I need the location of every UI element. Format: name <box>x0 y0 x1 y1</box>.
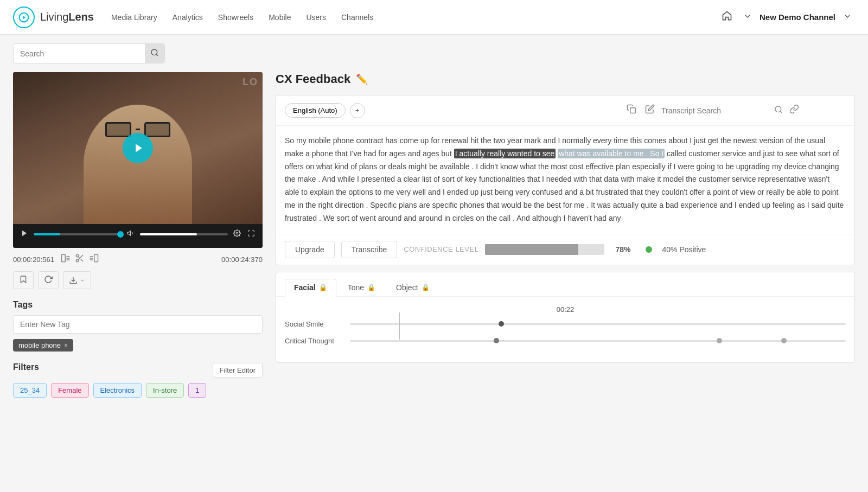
channel-name-label: New Demo Channel <box>760 12 835 22</box>
emotion-track-critical-thought <box>350 340 846 342</box>
end-time: 00:00:24:370 <box>221 255 263 264</box>
time-row: 00:00:20:561 <box>13 253 263 266</box>
filters-section: Filters Filter Editor 25_34 Female Elect… <box>13 362 263 398</box>
scissors-button[interactable] <box>75 253 85 266</box>
emotion-dot-social-smile <box>499 321 504 327</box>
highlight-1: I actually really wanted to see <box>454 149 556 158</box>
current-time: 00:00:20:561 <box>13 255 54 264</box>
action-icons <box>13 271 263 289</box>
clip-in-button[interactable] <box>61 253 71 266</box>
analysis-panel: Facial 🔒 Tone 🔒 Object 🔒 00:22 <box>276 272 855 363</box>
tag-item: mobile phone × <box>13 339 73 352</box>
emotion-dot-critical-thought-2 <box>717 338 722 343</box>
search-input[interactable] <box>14 45 145 62</box>
download-button[interactable] <box>63 271 91 289</box>
timeline-time-marker: 00:22 <box>557 305 575 314</box>
svg-rect-22 <box>630 108 636 113</box>
svg-marker-1 <box>23 15 25 19</box>
tag-remove-button[interactable]: × <box>64 342 68 349</box>
emotion-dot-critical-thought-3 <box>781 338 787 343</box>
svg-point-7 <box>236 232 238 234</box>
right-panel: CX Feedback ✏️ English (Auto) + <box>276 72 855 398</box>
video-title-row: CX Feedback ✏️ <box>276 72 855 86</box>
transcript-text: So my mobile phone contract has come up … <box>276 126 854 234</box>
tags-list: mobile phone × <box>13 339 263 352</box>
sentiment-label: 40% Positive <box>662 245 706 254</box>
svg-marker-6 <box>127 231 130 235</box>
edit-transcript-button[interactable] <box>643 102 657 119</box>
bookmark-button[interactable] <box>13 271 34 289</box>
svg-rect-8 <box>61 254 65 262</box>
video-controls <box>13 224 263 248</box>
home-icon-button[interactable] <box>718 8 736 27</box>
nav-media-library[interactable]: Media Library <box>111 13 157 22</box>
nav-chevron-down-button[interactable] <box>740 9 755 25</box>
transcribe-button[interactable]: Transcribe <box>341 241 398 258</box>
sentiment-dot <box>646 246 652 253</box>
main-content: LO <box>0 72 868 411</box>
search-area <box>0 35 868 72</box>
search-button[interactable] <box>145 44 164 63</box>
transcript-search-icon[interactable] <box>774 105 783 116</box>
clip-out-button[interactable] <box>89 253 99 266</box>
transcript-controls: Upgrade Transcribe CONFIDENCE LEVEL 78% … <box>276 234 854 265</box>
transcript-toolbar: English (Auto) + <box>276 95 854 126</box>
add-language-button[interactable]: + <box>350 103 365 118</box>
left-panel: LO <box>13 72 263 398</box>
filter-gender: Female <box>51 383 88 398</box>
svg-point-23 <box>775 106 781 112</box>
filter-editor-button[interactable]: Filter Editor <box>213 363 263 378</box>
svg-marker-5 <box>22 231 27 237</box>
svg-line-24 <box>780 111 782 113</box>
fullscreen-icon-button[interactable] <box>246 228 256 240</box>
svg-line-3 <box>156 54 158 56</box>
tab-tone[interactable]: Tone 🔒 <box>339 279 385 296</box>
timeline-header: 00:22 <box>285 305 846 314</box>
svg-point-13 <box>76 259 79 262</box>
emotion-label-social-smile: Social Smile <box>285 320 350 328</box>
confidence-value: 78% <box>615 245 630 254</box>
svg-rect-17 <box>94 254 98 262</box>
tab-object[interactable]: Object 🔒 <box>387 279 438 296</box>
tag-input[interactable] <box>13 315 263 334</box>
edit-title-icon[interactable]: ✏️ <box>356 73 368 85</box>
tab-facial[interactable]: Facial 🔒 <box>285 279 336 297</box>
emotion-row-social-smile: Social Smile <box>285 320 846 328</box>
facial-lock-icon: 🔒 <box>319 284 327 291</box>
emotion-row-critical-thought: Critical Thought <box>285 337 846 345</box>
channel-dropdown-button[interactable] <box>840 9 855 25</box>
filter-num: 1 <box>188 383 206 398</box>
top-navigation: LivingLens Media Library Analytics Showr… <box>0 0 868 35</box>
tags-title: Tags <box>13 300 263 310</box>
language-button[interactable]: English (Auto) <box>285 103 346 118</box>
copy-transcript-button[interactable] <box>624 102 639 119</box>
volume-track[interactable] <box>140 233 228 235</box>
svg-line-15 <box>81 259 83 261</box>
refresh-button[interactable] <box>38 271 59 289</box>
video-thumbnail: LO <box>13 72 263 224</box>
nav-links: Media Library Analytics Showreels Mobile… <box>111 13 718 22</box>
analysis-content: 00:22 Social Smile Critical Thought <box>276 297 854 362</box>
nav-analytics[interactable]: Analytics <box>173 13 203 22</box>
logo-text: LivingLens <box>40 11 94 23</box>
svg-marker-4 <box>136 144 142 152</box>
transcript-search-input[interactable] <box>661 106 770 115</box>
logo-area: LivingLens <box>13 7 94 28</box>
volume-icon-button[interactable] <box>126 228 136 240</box>
nav-users[interactable]: Users <box>306 13 326 22</box>
play-button-overlay[interactable] <box>123 133 153 163</box>
nav-channels[interactable]: Channels <box>341 13 373 22</box>
filters-title: Filters <box>13 362 39 372</box>
highlight-2: what was available to me . So I <box>558 149 665 158</box>
settings-icon-button[interactable] <box>232 228 242 240</box>
emotion-track-social-smile <box>350 323 846 325</box>
analysis-tabs: Facial 🔒 Tone 🔒 Object 🔒 <box>276 272 854 297</box>
progress-track[interactable] <box>34 233 122 235</box>
emotion-label-critical-thought: Critical Thought <box>285 337 350 345</box>
nav-showreels[interactable]: Showreels <box>218 13 253 22</box>
play-icon-button[interactable] <box>20 228 29 240</box>
upgrade-button[interactable]: Upgrade <box>285 241 335 258</box>
transcript-search-box <box>661 102 846 119</box>
nav-mobile[interactable]: Mobile <box>269 13 291 22</box>
transcript-link-icon[interactable] <box>787 102 801 119</box>
